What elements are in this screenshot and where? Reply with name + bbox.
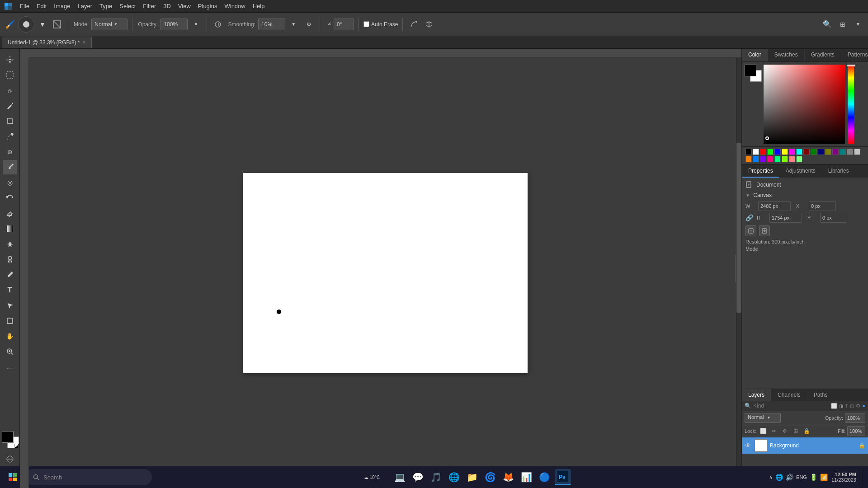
filter-smart-icon[interactable]: ⚙ [856, 403, 860, 409]
filter-pixel-icon[interactable]: ⬜ [831, 403, 837, 409]
taskbar-photoshop[interactable]: Ps [555, 469, 571, 485]
lock-artboard-btn[interactable]: ⊞ [792, 427, 800, 435]
taskbar-app-1[interactable]: 💻 [392, 469, 408, 485]
swatch-cell[interactable] [774, 149, 781, 155]
lock-all-btn[interactable]: 🔒 [802, 427, 811, 435]
fg-color-box[interactable] [745, 65, 756, 76]
taskbar-app-9[interactable]: 🔵 [537, 469, 553, 485]
tab-patterns[interactable]: Patterns [841, 49, 868, 61]
swatch-cell[interactable] [767, 156, 774, 162]
swatch-cell[interactable] [854, 149, 860, 155]
system-tray-up[interactable]: ∧ [769, 474, 773, 480]
swatch-cell[interactable] [745, 156, 752, 162]
smoothing-input[interactable]: 10% [258, 19, 285, 30]
swatch-cell[interactable] [760, 149, 766, 155]
lock-position-btn[interactable]: ✥ [781, 427, 789, 435]
text-tool[interactable]: T [3, 283, 17, 297]
mode-dropdown[interactable]: Normal ▼ [91, 19, 127, 30]
lock-transparent-btn[interactable]: ⬜ [759, 427, 767, 435]
shape-tool[interactable] [3, 314, 17, 328]
swap-colors-btn[interactable] [14, 444, 19, 448]
crop-tool[interactable] [3, 114, 17, 128]
opacity-input[interactable]: 100% [160, 19, 188, 30]
canvas-document[interactable] [243, 173, 528, 373]
taskbar-app-2[interactable]: 💬 [410, 469, 426, 485]
swatch-cell[interactable] [847, 149, 853, 155]
healing-brush-tool[interactable]: ⊕ [3, 145, 17, 159]
clone-stamp-tool[interactable]: ◎ [3, 175, 17, 190]
layers-search-input[interactable] [753, 403, 829, 409]
angle-input[interactable]: 0° [334, 19, 354, 30]
smoothing-dropdown-arrow[interactable]: ▼ [287, 18, 300, 31]
quick-mask-btn[interactable] [3, 452, 17, 466]
x-input[interactable] [809, 201, 836, 211]
taskbar-search[interactable]: Search [25, 469, 152, 485]
layer-background[interactable]: 👁 Background 🔒 [742, 437, 868, 454]
prop-tab-libraries[interactable]: Libraries [822, 165, 855, 178]
blur-tool[interactable]: ◉ [3, 237, 17, 251]
start-button[interactable] [4, 468, 22, 486]
swatch-cell[interactable] [796, 149, 802, 155]
swatch-cell[interactable] [796, 156, 802, 162]
language-indicator[interactable]: ENG [796, 474, 807, 480]
taskbar-app-7[interactable]: 🦊 [500, 469, 517, 485]
magic-wand-tool[interactable] [3, 99, 17, 113]
hand-tool[interactable]: ✋ [3, 329, 17, 343]
menu-file[interactable]: File [16, 0, 33, 13]
smoothing-settings-btn[interactable]: ⚙ [302, 18, 315, 31]
fill-input[interactable] [847, 426, 865, 436]
menu-filter[interactable]: Filter [139, 0, 160, 13]
menu-3d[interactable]: 3D [160, 0, 175, 13]
brush-tool[interactable] [3, 160, 17, 174]
tab-color[interactable]: Color [742, 49, 768, 61]
swatch-cell[interactable] [789, 156, 795, 162]
swatch-cell[interactable] [774, 156, 781, 162]
tab-swatches[interactable]: Swatches [768, 49, 805, 61]
filter-active-icon[interactable]: ● [862, 403, 865, 409]
taskbar-app-4[interactable]: 🌐 [446, 469, 462, 485]
taskbar-app-5[interactable]: 📁 [464, 469, 481, 485]
taskbar-app-8[interactable]: 📊 [519, 469, 535, 485]
brush-settings-btn[interactable]: ▼ [36, 18, 49, 31]
swatch-cell[interactable] [825, 149, 831, 155]
swatch-cell[interactable] [753, 149, 759, 155]
taskbar-app-6[interactable]: 🌀 [482, 469, 499, 485]
filter-shape-icon[interactable]: ◻ [850, 403, 854, 409]
network-icon[interactable]: 🌐 [775, 474, 783, 481]
lasso-tool[interactable]: ⌾ [3, 83, 17, 98]
canvas-section-header[interactable]: ▼ Canvas [745, 192, 864, 198]
layer-visibility-icon[interactable]: 👁 [745, 442, 752, 449]
tab-paths[interactable]: Paths [807, 389, 835, 401]
search-btn[interactable]: 🔍 [821, 18, 834, 31]
brush-mode-btn[interactable] [51, 18, 63, 31]
gradient-tool[interactable] [3, 221, 17, 236]
path-select-tool[interactable] [3, 298, 17, 313]
weather-widget[interactable]: ☁ 10°C [354, 469, 390, 485]
filter-adjust-icon[interactable]: ◑ [839, 403, 844, 409]
tab-gradients[interactable]: Gradients [805, 49, 841, 61]
menu-image[interactable]: Image [50, 0, 74, 13]
layer-opacity-input[interactable] [845, 413, 865, 423]
battery-icon[interactable]: 🔋 [810, 474, 817, 481]
lock-paint-btn[interactable]: ✏ [770, 427, 778, 435]
tab-layers[interactable]: Layers [742, 389, 771, 401]
canvas-icon-2[interactable] [759, 225, 770, 236]
volume-icon[interactable]: 🔊 [786, 474, 793, 481]
height-input[interactable] [769, 213, 802, 223]
brush-size-preview[interactable] [18, 16, 34, 33]
swatch-cell[interactable] [789, 149, 795, 155]
workspace-options-btn[interactable]: ▼ [852, 18, 864, 31]
prop-tab-adjustments[interactable]: Adjustments [779, 165, 822, 178]
swatch-cell[interactable] [818, 149, 824, 155]
prop-tab-properties[interactable]: Properties [742, 165, 779, 178]
opacity-dropdown-arrow[interactable]: ▼ [189, 18, 202, 31]
y-input[interactable] [820, 213, 847, 223]
swatch-cell[interactable] [782, 149, 788, 155]
swatch-cell[interactable] [753, 156, 759, 162]
swatch-cell[interactable] [767, 149, 774, 155]
menu-view[interactable]: View [175, 0, 194, 13]
more-tools[interactable]: … [3, 360, 17, 374]
swatch-cell[interactable] [832, 149, 839, 155]
pen-tool[interactable] [3, 267, 17, 282]
menu-plugins[interactable]: Plugins [194, 0, 221, 13]
